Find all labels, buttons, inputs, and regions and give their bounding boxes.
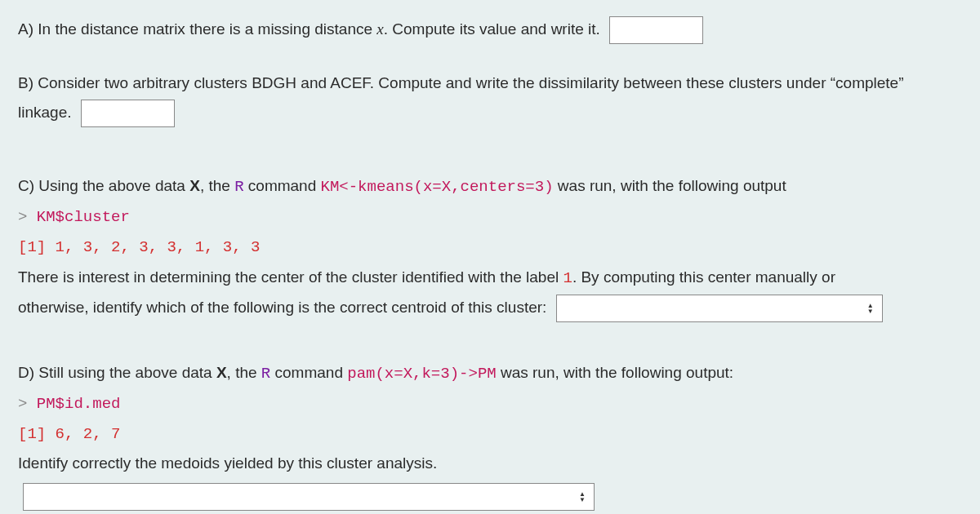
part-a-text-suffix: . Compute its value and write it. — [384, 20, 600, 38]
part-d-intro-r: R — [261, 365, 270, 383]
part-c-q-line1-pre: There is interest in determining the cen… — [18, 268, 563, 286]
part-c-q-line1-post: . By computing this center manually or — [572, 268, 835, 286]
part-c-intro-x: X — [189, 177, 200, 194]
part-a-variable-x: x — [376, 20, 383, 38]
part-b-answer-input[interactable] — [81, 100, 175, 127]
part-d-intro-mid: , the — [227, 364, 261, 381]
part-d-prompt-code: PM$id.med — [37, 395, 121, 413]
part-c-prompt-code: KM$cluster — [37, 208, 130, 226]
part-a-text-prefix: A) In the distance matrix there is a mis… — [18, 20, 376, 38]
part-d-select[interactable]: ▲▼ — [23, 483, 595, 511]
part-d-intro-prefix: D) Still using the above data — [18, 364, 216, 381]
part-b: B) Consider two arbitrary clusters BDGH … — [18, 69, 962, 127]
part-d-code-cmd: pam(x=X,k=3)->PM — [347, 365, 496, 383]
part-d-intro-x: X — [216, 364, 227, 381]
part-c-intro-suffix: was run, with the following output — [554, 177, 786, 194]
part-c-intro-mid: , the — [200, 177, 234, 194]
part-b-line1: B) Consider two arbitrary clusters BDGH … — [18, 74, 904, 91]
part-c-intro-prefix: C) Using the above data — [18, 177, 189, 194]
part-d-q-line: Identify correctly the medoids yielded b… — [18, 454, 437, 472]
part-c-intro-cmd: command — [244, 177, 321, 194]
part-d: D) Still using the above data X, the R c… — [18, 358, 962, 511]
select-arrows-icon: ▲▼ — [867, 303, 874, 314]
part-c-q-line2: otherwise, identify which of the followi… — [18, 299, 546, 316]
part-d-prompt-gt: > — [18, 395, 37, 413]
part-c-select[interactable]: ▲▼ — [556, 295, 883, 322]
part-c-q-line1-label: 1 — [563, 269, 572, 287]
select-arrows-icon: ▲▼ — [579, 491, 586, 503]
part-c-code-cmd: KM<-kmeans(x=X,centers=3) — [321, 178, 554, 196]
part-c-output: [1] 1, 3, 2, 3, 3, 1, 3, 3 — [18, 238, 260, 256]
part-a: A) In the distance matrix there is a mis… — [18, 15, 962, 44]
part-d-intro-suffix: was run, with the following output: — [497, 364, 733, 381]
part-d-output: [1] 6, 2, 7 — [18, 425, 120, 443]
part-c-prompt-gt: > — [18, 208, 37, 226]
part-c: C) Using the above data X, the R command… — [18, 171, 962, 321]
part-b-line2: linkage. — [18, 104, 72, 121]
part-d-intro-cmd: command — [270, 364, 347, 381]
part-c-intro-r: R — [234, 178, 243, 196]
part-a-answer-input[interactable] — [609, 16, 703, 44]
